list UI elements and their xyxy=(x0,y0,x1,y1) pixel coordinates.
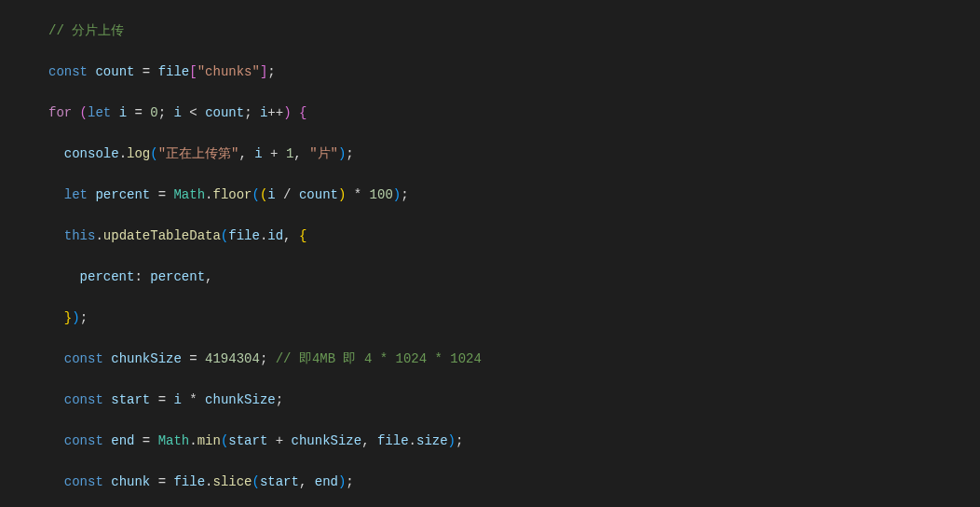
code-line: }); xyxy=(0,308,980,328)
code-line: let percent = Math.floor((i / count) * 1… xyxy=(0,185,980,205)
code-line: const chunkSize = 4194304; // 即4MB 即 4 *… xyxy=(0,349,980,369)
code-line: percent: percent, xyxy=(0,267,980,287)
code-line: const end = Math.min(start + chunkSize, … xyxy=(0,431,980,451)
code-line: this.updateTableData(file.id, { xyxy=(0,226,980,246)
code-line: console.log("正在上传第", i + 1, "片"); xyxy=(0,144,980,164)
code-editor[interactable]: // 分片上传 const count = file["chunks"]; fo… xyxy=(0,0,980,507)
code-line: for (let i = 0; i < count; i++) { xyxy=(0,103,980,123)
code-line: const count = file["chunks"]; xyxy=(0,62,980,82)
code-line: // 分片上传 xyxy=(0,21,980,41)
comment: // 分片上传 xyxy=(48,23,124,38)
code-line: const chunk = file.slice(start, end); xyxy=(0,472,980,492)
code-line: const start = i * chunkSize; xyxy=(0,390,980,410)
